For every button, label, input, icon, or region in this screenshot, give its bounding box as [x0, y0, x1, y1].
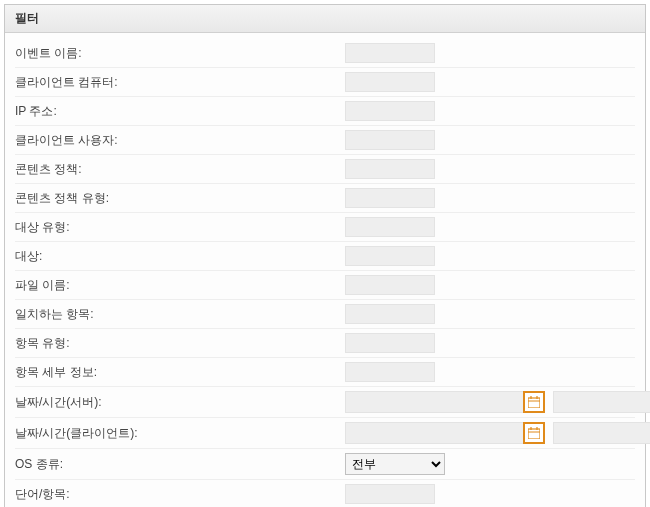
- row-client-computer: 클라이언트 컴퓨터:: [15, 68, 635, 97]
- label-target: 대상:: [15, 248, 345, 265]
- input-client-computer[interactable]: [345, 72, 435, 92]
- label-file-name: 파일 이름:: [15, 277, 345, 294]
- label-ip-address: IP 주소:: [15, 103, 345, 120]
- row-target: 대상:: [15, 242, 635, 271]
- label-datetime-client: 날짜/시간(클라이언트):: [15, 425, 345, 442]
- panel-body: 이벤트 이름: 클라이언트 컴퓨터: IP 주소: 클라이언트 사용자: 콘텐츠…: [5, 33, 645, 507]
- row-datetime-server: 날짜/시간(서버):: [15, 387, 635, 418]
- svg-rect-8: [528, 429, 540, 439]
- input-datetime-server-from[interactable]: [345, 391, 524, 413]
- row-datetime-client: 날짜/시간(클라이언트):: [15, 418, 635, 449]
- input-datetime-client-to[interactable]: [553, 422, 650, 444]
- row-client-user: 클라이언트 사용자:: [15, 126, 635, 155]
- label-content-policy: 콘텐츠 정책:: [15, 161, 345, 178]
- input-file-name[interactable]: [345, 275, 435, 295]
- calendar-icon[interactable]: [523, 391, 545, 413]
- panel-title: 필터: [5, 5, 645, 33]
- input-datetime-server-to[interactable]: [553, 391, 650, 413]
- row-item-detail: 항목 세부 정보:: [15, 358, 635, 387]
- input-event-name[interactable]: [345, 43, 435, 63]
- label-target-type: 대상 유형:: [15, 219, 345, 236]
- row-matching-item: 일치하는 항목:: [15, 300, 635, 329]
- row-content-policy-type: 콘텐츠 정책 유형:: [15, 184, 635, 213]
- input-target[interactable]: [345, 246, 435, 266]
- row-target-type: 대상 유형:: [15, 213, 635, 242]
- label-matching-item: 일치하는 항목:: [15, 306, 345, 323]
- label-word-item: 단어/항목:: [15, 486, 345, 503]
- label-os-type: OS 종류:: [15, 456, 345, 473]
- filter-panel: 필터 이벤트 이름: 클라이언트 컴퓨터: IP 주소: 클라이언트 사용자: …: [4, 4, 646, 507]
- input-matching-item[interactable]: [345, 304, 435, 324]
- input-datetime-client-from[interactable]: [345, 422, 524, 444]
- row-item-type: 항목 유형:: [15, 329, 635, 358]
- input-word-item[interactable]: [345, 484, 435, 504]
- row-content-policy: 콘텐츠 정책:: [15, 155, 635, 184]
- input-item-detail[interactable]: [345, 362, 435, 382]
- label-datetime-server: 날짜/시간(서버):: [15, 394, 345, 411]
- label-client-user: 클라이언트 사용자:: [15, 132, 345, 149]
- label-item-detail: 항목 세부 정보:: [15, 364, 345, 381]
- input-target-type[interactable]: [345, 217, 435, 237]
- label-item-type: 항목 유형:: [15, 335, 345, 352]
- input-ip-address[interactable]: [345, 101, 435, 121]
- select-os-type[interactable]: 전부: [345, 453, 445, 475]
- row-os-type: OS 종류: 전부: [15, 449, 635, 480]
- input-item-type[interactable]: [345, 333, 435, 353]
- input-client-user[interactable]: [345, 130, 435, 150]
- svg-rect-0: [528, 398, 540, 408]
- row-ip-address: IP 주소:: [15, 97, 635, 126]
- label-client-computer: 클라이언트 컴퓨터:: [15, 74, 345, 91]
- row-word-item: 단어/항목:: [15, 480, 635, 507]
- input-content-policy-type[interactable]: [345, 188, 435, 208]
- calendar-icon[interactable]: [523, 422, 545, 444]
- input-content-policy[interactable]: [345, 159, 435, 179]
- row-event-name: 이벤트 이름:: [15, 39, 635, 68]
- label-content-policy-type: 콘텐츠 정책 유형:: [15, 190, 345, 207]
- label-event-name: 이벤트 이름:: [15, 45, 345, 62]
- row-file-name: 파일 이름:: [15, 271, 635, 300]
